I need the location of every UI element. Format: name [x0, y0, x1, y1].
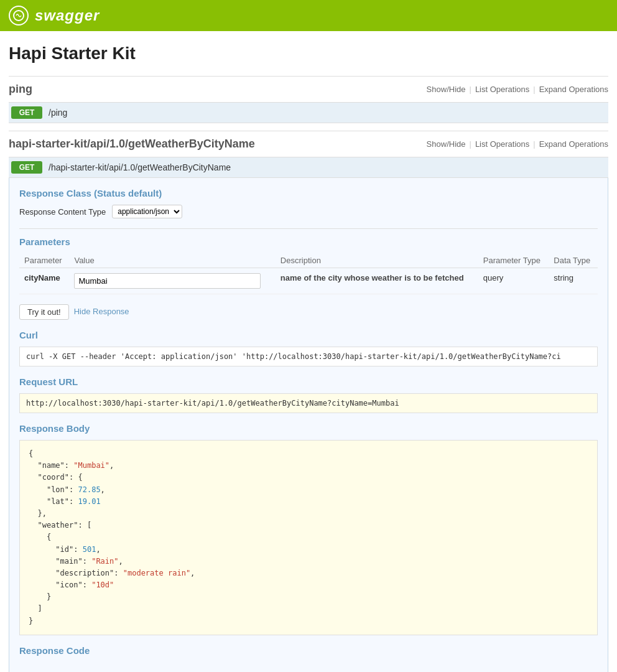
param-type-cityname: query [478, 268, 549, 294]
app-header: swagger [0, 0, 617, 31]
col-header-data-type: Data Type [549, 253, 598, 268]
api-group-weather-header: hapi-starter-kit/api/1.0/getWeatherByCit… [9, 131, 608, 157]
curl-title: Curl [19, 330, 598, 340]
col-header-description: Description [276, 253, 478, 268]
buttons-row: Try it out! Hide Response [19, 304, 598, 320]
response-content-type-select[interactable]: application/json [112, 205, 182, 218]
weather-endpoint-path: /hapi-starter-kit/api/1.0/getWeatherByCi… [49, 162, 231, 172]
response-content-type-row: Response Content Type application/json [19, 205, 598, 218]
ping-expand-ops-link[interactable]: Expand Operations [539, 85, 608, 94]
api-group-weather-actions: Show/Hide | List Operations | Expand Ope… [427, 139, 608, 149]
col-header-parameter: Parameter [19, 253, 69, 268]
param-desc-cityname: name of the city whose weather is to be … [281, 273, 464, 282]
weather-list-ops-link[interactable]: List Operations [475, 139, 529, 149]
col-header-param-type: Parameter Type [478, 253, 549, 268]
params-title: Parameters [19, 236, 598, 247]
weather-endpoint-expanded: Response Class (Status default) Response… [9, 178, 608, 672]
response-content-type-label: Response Content Type [19, 207, 106, 217]
api-group-ping-actions: Show/Hide | List Operations | Expand Ope… [427, 85, 608, 94]
curl-box: curl -X GET --header 'Accept: applicatio… [19, 347, 598, 366]
response-body-box: { "name": "Mumbai", "coord": { "lon": 72… [19, 440, 598, 635]
divider-1 [19, 228, 598, 229]
page-title: Hapi Starter Kit [9, 44, 608, 63]
col-header-value: Value [69, 253, 275, 268]
api-group-weather-name[interactable]: hapi-starter-kit/api/1.0/getWeatherByCit… [9, 138, 255, 151]
api-group-ping-header: ping Show/Hide | List Operations | Expan… [9, 76, 608, 103]
ping-list-ops-link[interactable]: List Operations [475, 85, 529, 94]
swagger-logo-icon [9, 6, 29, 26]
param-row-cityname: cityName name of the city whose weather … [19, 268, 598, 294]
ping-method-badge[interactable]: GET [11, 106, 42, 119]
weather-expand-ops-link[interactable]: Expand Operations [539, 139, 608, 149]
params-section: Parameters Parameter Value Description P… [19, 236, 598, 294]
response-code-section: Response Code [19, 645, 598, 656]
curl-section: Curl curl -X GET --header 'Accept: appli… [19, 330, 598, 366]
response-body-section: Response Body { "name": "Mumbai", "coord… [19, 423, 598, 635]
try-it-out-button[interactable]: Try it out! [19, 304, 69, 320]
hide-response-link[interactable]: Hide Response [74, 304, 129, 320]
api-group-ping-name[interactable]: ping [9, 83, 32, 96]
request-url-section: Request URL http://localhost:3030/hapi-s… [19, 376, 598, 413]
api-group-ping: ping Show/Hide | List Operations | Expan… [9, 76, 608, 123]
request-url-title: Request URL [19, 376, 598, 387]
main-content: Hapi Starter Kit ping Show/Hide | List O… [0, 31, 617, 672]
weather-endpoint-row[interactable]: GET /hapi-starter-kit/api/1.0/getWeather… [9, 157, 608, 178]
api-group-weather: hapi-starter-kit/api/1.0/getWeatherByCit… [9, 131, 608, 672]
weather-show-hide-link[interactable]: Show/Hide [427, 139, 466, 149]
app-title: swagger [35, 7, 100, 24]
response-body-title: Response Body [19, 423, 598, 434]
data-type-cityname: string [549, 268, 598, 294]
ping-endpoint-path: /ping [49, 108, 67, 118]
params-table: Parameter Value Description Parameter Ty… [19, 253, 598, 294]
weather-method-badge[interactable]: GET [11, 161, 42, 174]
ping-show-hide-link[interactable]: Show/Hide [427, 85, 466, 94]
response-code-title: Response Code [19, 645, 598, 656]
param-value-input-cityname[interactable] [74, 273, 261, 289]
param-name-cityname: cityName [24, 273, 60, 282]
request-url-box: http://localhost:3030/hapi-starter-kit/a… [19, 393, 598, 413]
response-class-title: Response Class (Status default) [19, 188, 598, 198]
ping-endpoint-row[interactable]: GET /ping [9, 103, 608, 123]
